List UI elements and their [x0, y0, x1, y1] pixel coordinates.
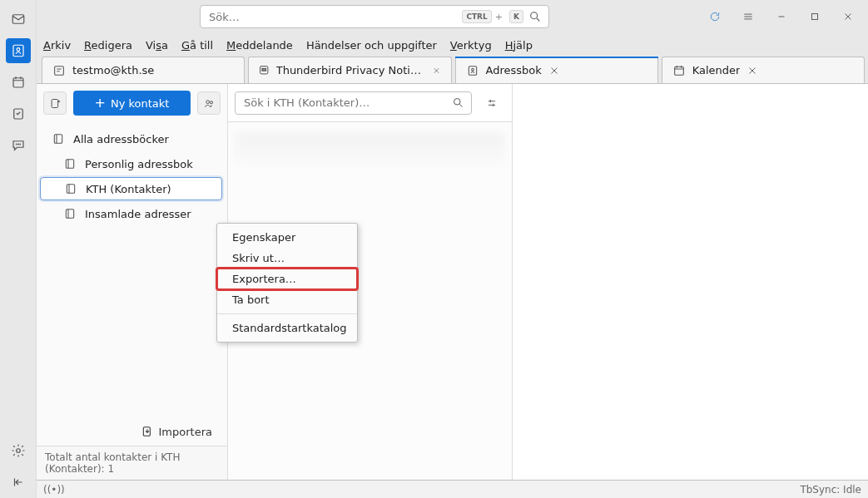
- contact-search-input[interactable]: [242, 96, 452, 110]
- addressbook-tab-icon: [466, 64, 479, 77]
- tasks-icon: [11, 106, 26, 121]
- window-close[interactable]: [835, 3, 861, 30]
- new-contact-button[interactable]: + Ny kontakt: [73, 91, 191, 116]
- menu-message[interactable]: Meddelande: [226, 39, 293, 52]
- ab-item-personal[interactable]: Personlig adressbok: [40, 152, 222, 175]
- calendar-rail-button[interactable]: [6, 70, 31, 95]
- svg-rect-16: [52, 99, 58, 107]
- menu-help[interactable]: Hjälp: [505, 39, 533, 52]
- search-icon: [528, 10, 542, 23]
- addressbook-context-menu: Egenskaper Skriv ut… Exportera… Ta bort …: [216, 223, 358, 343]
- ab-item-label: Insamlade adresser: [85, 208, 191, 220]
- ab-item-label: Personlig adressbok: [85, 158, 193, 170]
- tbsync-status[interactable]: TbSync: Idle: [800, 484, 861, 496]
- menu-file[interactable]: Arkiv: [43, 39, 71, 52]
- ab-item-label: Alla adressböcker: [73, 133, 169, 145]
- svg-rect-3: [13, 78, 23, 87]
- menu-go[interactable]: Gå till: [181, 39, 213, 52]
- global-search-input[interactable]: [207, 10, 459, 24]
- tab-account[interactable]: testmo@kth.se: [42, 57, 245, 83]
- calendar-icon: [11, 75, 26, 90]
- menu-tools[interactable]: Verktyg: [450, 39, 492, 52]
- menu-events[interactable]: Händelser och uppgifter: [306, 39, 437, 52]
- tasks-rail-button[interactable]: [6, 101, 31, 126]
- ab-item-label: KTH (Kontakter): [86, 183, 171, 195]
- tab-label: Kalender: [692, 64, 741, 76]
- tab-close-icon[interactable]: [432, 65, 441, 76]
- ab-item-all[interactable]: Alla adressböcker: [40, 127, 222, 150]
- book-icon: [64, 182, 77, 195]
- book-icon: [52, 132, 65, 145]
- people-icon: [203, 97, 216, 110]
- contact-search[interactable]: [235, 91, 472, 115]
- new-contact-label: Ny kontakt: [111, 97, 170, 110]
- cm-properties[interactable]: Egenskaper: [217, 227, 357, 248]
- svg-rect-19: [54, 135, 62, 144]
- collapse-rail-button[interactable]: [6, 470, 31, 495]
- svg-rect-11: [55, 66, 64, 75]
- plus-icon: +: [95, 96, 106, 110]
- contact-search-bar: [228, 84, 512, 122]
- cm-print[interactable]: Skriv ut…: [217, 248, 357, 269]
- tab-calendar[interactable]: Kalender: [662, 57, 865, 83]
- new-addressbook-button[interactable]: [43, 91, 67, 115]
- addressbook-icon: [11, 43, 26, 58]
- sidebar-status: Totalt antal kontakter i KTH (Kontakter)…: [37, 446, 227, 480]
- chat-rail-button[interactable]: [6, 133, 31, 158]
- window-maximize[interactable]: [801, 3, 828, 30]
- sidebar-top: + Ny kontakt: [37, 84, 227, 122]
- menu-view[interactable]: Visa: [146, 39, 168, 52]
- svg-rect-22: [66, 210, 73, 219]
- addressbook-sidebar: + Ny kontakt Alla adressböcker Personlig…: [37, 84, 228, 480]
- tab-close-icon[interactable]: [746, 65, 758, 76]
- svg-rect-10: [812, 14, 818, 20]
- tab-label: testmo@kth.se: [72, 64, 154, 76]
- cm-default-dir[interactable]: Standardstartkatalog: [217, 318, 357, 338]
- sidebar-status-text: Totalt antal kontakter i KTH (Kontakter)…: [45, 451, 180, 475]
- ab-item-collected[interactable]: Insamlade adresser: [40, 202, 222, 225]
- sync-icon: [709, 11, 721, 22]
- book-plus-icon: [49, 97, 62, 110]
- import-icon: [141, 425, 154, 438]
- tab-close-icon[interactable]: [548, 65, 560, 76]
- sync-button[interactable]: [702, 3, 728, 30]
- contact-detail-pane: [513, 84, 868, 480]
- tab-label: Thunderbird Privacy Notice — Mo…: [276, 64, 425, 76]
- list-display-options[interactable]: [479, 90, 505, 116]
- svg-point-2: [17, 48, 20, 52]
- new-list-button[interactable]: [197, 91, 221, 115]
- tab-addressbook[interactable]: Adressbok: [455, 57, 658, 83]
- sidebar-bottom: Importera: [37, 417, 227, 446]
- global-search[interactable]: CTRL + K: [200, 5, 549, 28]
- addressbook-workspace: + Ny kontakt Alla adressböcker Personlig…: [37, 84, 868, 480]
- svg-point-24: [454, 99, 461, 106]
- ab-item-kth[interactable]: KTH (Kontakter): [40, 177, 222, 200]
- chat-icon: [11, 138, 26, 153]
- app-rail: [0, 0, 37, 498]
- tab-privacy[interactable]: Thunderbird Privacy Notice — Mo…: [248, 57, 451, 83]
- book-icon: [63, 157, 77, 170]
- appmenu-button[interactable]: [735, 3, 761, 30]
- kbd-k: K: [509, 10, 523, 23]
- import-label: Importera: [159, 426, 212, 438]
- sliders-icon: [486, 97, 498, 109]
- cm-delete[interactable]: Ta bort: [217, 289, 357, 310]
- menu-edit[interactable]: Redigera: [84, 39, 132, 52]
- maximize-icon: [809, 11, 821, 22]
- svg-point-8: [16, 449, 20, 453]
- book-icon: [63, 207, 77, 220]
- svg-rect-15: [674, 67, 683, 75]
- addressbook-rail-button[interactable]: [6, 38, 31, 63]
- import-button[interactable]: Importera: [136, 424, 217, 439]
- settings-rail-button[interactable]: [6, 438, 31, 463]
- top-toolbar: CTRL + K: [37, 0, 868, 33]
- mail-rail-button[interactable]: [6, 7, 31, 32]
- collapse-icon: [11, 475, 26, 490]
- window-minimize[interactable]: [768, 3, 795, 30]
- minimize-icon: [776, 11, 787, 22]
- main-column: CTRL + K Arkiv Redigera Visa Gå till Med…: [37, 0, 868, 498]
- svg-point-18: [210, 101, 212, 103]
- gear-icon: [11, 443, 26, 458]
- kbd-plus: +: [495, 12, 503, 22]
- cm-export[interactable]: Exportera…: [217, 269, 357, 289]
